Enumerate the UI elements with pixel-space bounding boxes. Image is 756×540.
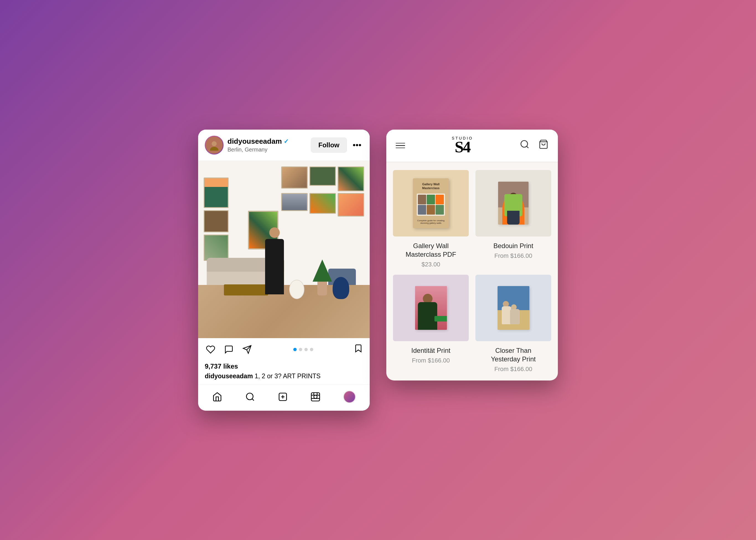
- bedouin-artwork: [498, 182, 529, 224]
- wall-art-1: [281, 167, 308, 189]
- cart-button[interactable]: [537, 138, 550, 153]
- left-wall-art: [204, 178, 229, 261]
- wall-art-2: [309, 167, 336, 186]
- username-display: didyouseeadam ✓: [227, 137, 307, 146]
- book-cell-5: [427, 205, 435, 214]
- closer-figure-2: [510, 309, 520, 324]
- book-cell-1: [418, 195, 426, 204]
- book-cell-4: [418, 205, 426, 214]
- product-image-3: [393, 275, 469, 341]
- product-price-3: From $166.00: [393, 357, 469, 364]
- svg-point-15: [521, 141, 527, 147]
- bedouin-print-image: [476, 170, 551, 236]
- username-text: didyouseeadam: [227, 137, 282, 146]
- search-nav-icon: [245, 392, 255, 402]
- nav-home-button[interactable]: [211, 390, 224, 403]
- nav-add-button[interactable]: [276, 390, 289, 403]
- svg-line-16: [527, 146, 529, 148]
- product-image-2: [476, 170, 551, 236]
- shop-search-button[interactable]: [518, 138, 531, 153]
- left-action-icons: [205, 344, 253, 355]
- product-price-4: From $166.00: [476, 365, 551, 373]
- product-item-2[interactable]: Bedouin Print From $166.00: [476, 170, 551, 268]
- person-figure: [264, 227, 285, 288]
- dot-1: [293, 348, 297, 351]
- menu-button[interactable]: [394, 141, 407, 150]
- like-button[interactable]: [205, 344, 216, 355]
- floor-lamp: [289, 280, 304, 299]
- book-image-area: [417, 194, 445, 216]
- product-item-3[interactable]: Identität Print From $166.00: [393, 275, 469, 373]
- identitat-print-image: [393, 275, 469, 341]
- left-art-3: [204, 234, 229, 261]
- person-legs: [265, 272, 284, 294]
- product-item-1[interactable]: Gallery Wall Masterclass Complete guide …: [393, 170, 469, 268]
- product-name-2: Bedouin Print: [476, 241, 551, 250]
- svg-line-5: [252, 398, 254, 400]
- nav-search-button[interactable]: [244, 390, 257, 403]
- identitat-body: [418, 302, 437, 330]
- bookmark-icon: [354, 344, 363, 353]
- nav-reels-button[interactable]: [309, 390, 322, 403]
- follow-button[interactable]: Follow: [311, 137, 347, 153]
- avatar[interactable]: [205, 136, 224, 155]
- book-title: Gallery Wall Masterclass: [417, 182, 445, 190]
- wall-art-grid: [281, 167, 364, 216]
- post-image: [198, 161, 370, 338]
- closer-print-image: [476, 275, 551, 341]
- avatar-inner: [206, 137, 223, 154]
- menu-line-1: [396, 143, 405, 144]
- wall-art-3: [338, 167, 364, 191]
- post-caption: didyouseeadam 1, 2 or 3? ART PRINTS: [198, 370, 370, 384]
- likes-count: 9,737 likes: [198, 362, 370, 370]
- person-head: [269, 227, 280, 238]
- product-name-1: Gallery WallMasterclass PDF: [393, 241, 469, 259]
- book-cell-6: [436, 205, 444, 214]
- identitat-artwork: [415, 286, 447, 330]
- shop-header: STUDIO S4: [386, 130, 558, 162]
- ig-bottom-nav: [198, 384, 370, 411]
- comment-icon: [224, 345, 234, 354]
- svg-point-0: [212, 141, 217, 146]
- avatar-image: [209, 140, 220, 151]
- bedouin-legs: [507, 211, 520, 224]
- dot-2: [299, 348, 302, 351]
- product-name-4: Closer ThanYesterday Print: [476, 346, 551, 363]
- cart-icon: [538, 139, 548, 149]
- verified-badge: ✓: [284, 138, 289, 145]
- add-icon: [278, 392, 288, 402]
- room-scene: [198, 161, 370, 338]
- screens-container: didyouseeadam ✓ Berlin, Germany Follow •…: [198, 130, 558, 411]
- search-icon: [520, 139, 530, 149]
- lamp-shade: [289, 280, 304, 299]
- svg-rect-9: [311, 393, 320, 401]
- product-item-4[interactable]: Closer ThanYesterday Print From $166.00: [476, 275, 551, 373]
- product-price-2: From $166.00: [476, 252, 551, 259]
- carousel-dots: [293, 348, 313, 351]
- svg-point-10: [314, 395, 317, 398]
- more-options-button[interactable]: •••: [351, 139, 363, 152]
- gallery-masterclass-image: Gallery Wall Masterclass Complete guide …: [393, 170, 469, 236]
- share-button[interactable]: [241, 344, 253, 355]
- left-art-1: [204, 178, 229, 208]
- dot-4: [310, 348, 313, 351]
- ig-post-header: didyouseeadam ✓ Berlin, Germany Follow •…: [198, 130, 370, 161]
- indoor-plant: [313, 259, 332, 296]
- nav-profile-button[interactable]: [342, 389, 357, 405]
- share-icon: [242, 345, 252, 354]
- product-image-1: Gallery Wall Masterclass Complete guide …: [393, 170, 469, 236]
- svg-point-4: [246, 393, 253, 400]
- wall-art-6: [338, 193, 364, 216]
- home-icon: [212, 392, 222, 402]
- book-cell-3: [436, 195, 444, 204]
- identitat-arm: [434, 316, 447, 322]
- comment-button[interactable]: [223, 344, 235, 355]
- menu-line-2: [396, 145, 405, 146]
- caption-text: 1, 2 or 3? ART PRINTS: [255, 372, 320, 380]
- action-icons-row: [205, 344, 363, 355]
- wall-art-4: [281, 193, 308, 211]
- bookmark-button[interactable]: [354, 344, 363, 355]
- caption-username[interactable]: didyouseeadam: [205, 372, 253, 380]
- shop-header-icons: [518, 138, 550, 153]
- product-name-3: Identität Print: [393, 346, 469, 355]
